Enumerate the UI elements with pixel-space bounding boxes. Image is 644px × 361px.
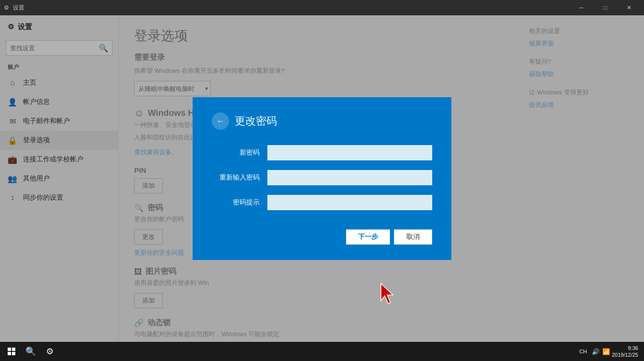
new-password-input[interactable] — [267, 145, 432, 160]
new-password-field: 新密码 — [212, 145, 432, 160]
modal-header: ← 更改密码 — [212, 113, 432, 130]
new-password-label: 新密码 — [212, 148, 260, 157]
clock-time: 9:36 — [612, 345, 638, 351]
maximize-button[interactable]: □ — [594, 0, 616, 15]
cancel-button[interactable]: 取消 — [394, 229, 432, 245]
modal-title: 更改密码 — [235, 114, 277, 128]
next-button[interactable]: 下一步 — [346, 229, 390, 245]
taskbar-left: 🔍 ⚙ — [2, 342, 59, 361]
network-icon: 📶 — [602, 348, 610, 355]
hint-field: 密码提示 — [212, 195, 432, 210]
taskbar-search-button[interactable]: 🔍 — [21, 342, 40, 361]
settings-icon: ⚙ — [46, 346, 54, 357]
title-bar-left: ⚙ 设置 — [4, 4, 24, 12]
svg-rect-4 — [12, 352, 15, 355]
clock-date: 2019/12/25 — [612, 351, 638, 358]
confirm-password-input[interactable] — [267, 170, 432, 185]
confirm-password-field: 重新输入密码 — [212, 170, 432, 185]
svg-rect-3 — [8, 352, 11, 355]
minimize-button[interactable]: ─ — [570, 0, 592, 15]
settings-taskbar-button[interactable]: ⚙ — [40, 342, 59, 361]
volume-icon: 🔊 — [592, 348, 599, 355]
back-button[interactable]: ← — [212, 113, 229, 130]
taskbar: 🔍 ⚙ CH 🔊 📶 9:36 2019/12/25 — [0, 342, 644, 361]
hint-label: 密码提示 — [212, 198, 260, 207]
modal-footer: 下一步 取消 — [212, 229, 432, 245]
title-bar-label: 设置 — [13, 4, 24, 12]
taskbar-clock[interactable]: 9:36 2019/12/25 — [612, 345, 638, 359]
title-bar-controls: ─ □ ✕ — [570, 0, 640, 15]
change-password-modal: ← 更改密码 新密码 重新输入密码 密码提示 下一步 取消 — [193, 97, 451, 260]
svg-rect-2 — [12, 348, 15, 351]
system-tray-icons: CH 🔊 📶 — [577, 348, 610, 355]
taskbar-search-icon: 🔍 — [25, 346, 36, 357]
svg-rect-1 — [8, 348, 11, 351]
hint-input[interactable] — [267, 195, 432, 210]
confirm-password-label: 重新输入密码 — [212, 173, 260, 182]
settings-gear-icon: ⚙ — [4, 4, 9, 11]
start-button[interactable] — [2, 342, 21, 361]
taskbar-right: CH 🔊 📶 9:36 2019/12/25 — [577, 345, 642, 359]
title-bar: ⚙ 设置 ─ □ ✕ — [0, 0, 644, 15]
lang-indicator: CH — [577, 348, 589, 355]
close-button[interactable]: ✕ — [618, 0, 640, 15]
modal-overlay: ← 更改密码 新密码 重新输入密码 密码提示 下一步 取消 — [0, 15, 644, 342]
